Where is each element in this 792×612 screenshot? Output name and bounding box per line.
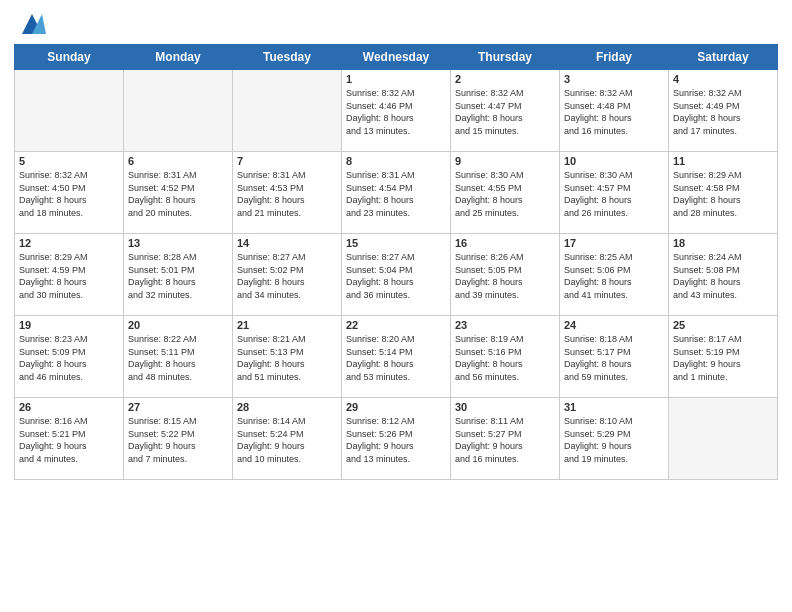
- day-number: 9: [455, 155, 555, 167]
- day-info: Sunrise: 8:32 AM Sunset: 4:47 PM Dayligh…: [455, 87, 555, 137]
- day-info: Sunrise: 8:11 AM Sunset: 5:27 PM Dayligh…: [455, 415, 555, 465]
- calendar-cell: 18Sunrise: 8:24 AM Sunset: 5:08 PM Dayli…: [669, 234, 778, 316]
- calendar-cell: 13Sunrise: 8:28 AM Sunset: 5:01 PM Dayli…: [124, 234, 233, 316]
- day-info: Sunrise: 8:17 AM Sunset: 5:19 PM Dayligh…: [673, 333, 773, 383]
- weekday-thursday: Thursday: [451, 45, 560, 70]
- day-number: 6: [128, 155, 228, 167]
- day-number: 19: [19, 319, 119, 331]
- calendar-cell: 7Sunrise: 8:31 AM Sunset: 4:53 PM Daylig…: [233, 152, 342, 234]
- day-info: Sunrise: 8:19 AM Sunset: 5:16 PM Dayligh…: [455, 333, 555, 383]
- day-info: Sunrise: 8:27 AM Sunset: 5:04 PM Dayligh…: [346, 251, 446, 301]
- calendar-page: SundayMondayTuesdayWednesdayThursdayFrid…: [0, 0, 792, 612]
- day-number: 22: [346, 319, 446, 331]
- weekday-friday: Friday: [560, 45, 669, 70]
- day-number: 5: [19, 155, 119, 167]
- day-info: Sunrise: 8:23 AM Sunset: 5:09 PM Dayligh…: [19, 333, 119, 383]
- calendar-cell: 20Sunrise: 8:22 AM Sunset: 5:11 PM Dayli…: [124, 316, 233, 398]
- day-info: Sunrise: 8:18 AM Sunset: 5:17 PM Dayligh…: [564, 333, 664, 383]
- calendar-cell: 28Sunrise: 8:14 AM Sunset: 5:24 PM Dayli…: [233, 398, 342, 480]
- day-info: Sunrise: 8:32 AM Sunset: 4:50 PM Dayligh…: [19, 169, 119, 219]
- calendar-cell: 27Sunrise: 8:15 AM Sunset: 5:22 PM Dayli…: [124, 398, 233, 480]
- day-info: Sunrise: 8:12 AM Sunset: 5:26 PM Dayligh…: [346, 415, 446, 465]
- day-number: 18: [673, 237, 773, 249]
- calendar-cell: 14Sunrise: 8:27 AM Sunset: 5:02 PM Dayli…: [233, 234, 342, 316]
- weekday-sunday: Sunday: [15, 45, 124, 70]
- week-row-4: 19Sunrise: 8:23 AM Sunset: 5:09 PM Dayli…: [15, 316, 778, 398]
- day-number: 3: [564, 73, 664, 85]
- week-row-1: 1Sunrise: 8:32 AM Sunset: 4:46 PM Daylig…: [15, 70, 778, 152]
- day-info: Sunrise: 8:29 AM Sunset: 4:58 PM Dayligh…: [673, 169, 773, 219]
- day-info: Sunrise: 8:32 AM Sunset: 4:49 PM Dayligh…: [673, 87, 773, 137]
- day-info: Sunrise: 8:30 AM Sunset: 4:55 PM Dayligh…: [455, 169, 555, 219]
- calendar-cell: 4Sunrise: 8:32 AM Sunset: 4:49 PM Daylig…: [669, 70, 778, 152]
- calendar-cell: [669, 398, 778, 480]
- day-number: 13: [128, 237, 228, 249]
- day-info: Sunrise: 8:21 AM Sunset: 5:13 PM Dayligh…: [237, 333, 337, 383]
- header: [14, 10, 778, 38]
- day-info: Sunrise: 8:20 AM Sunset: 5:14 PM Dayligh…: [346, 333, 446, 383]
- calendar-cell: 17Sunrise: 8:25 AM Sunset: 5:06 PM Dayli…: [560, 234, 669, 316]
- day-number: 28: [237, 401, 337, 413]
- day-number: 24: [564, 319, 664, 331]
- weekday-header-row: SundayMondayTuesdayWednesdayThursdayFrid…: [15, 45, 778, 70]
- day-info: Sunrise: 8:28 AM Sunset: 5:01 PM Dayligh…: [128, 251, 228, 301]
- calendar-cell: 29Sunrise: 8:12 AM Sunset: 5:26 PM Dayli…: [342, 398, 451, 480]
- day-number: 12: [19, 237, 119, 249]
- day-number: 29: [346, 401, 446, 413]
- day-number: 1: [346, 73, 446, 85]
- calendar-cell: 9Sunrise: 8:30 AM Sunset: 4:55 PM Daylig…: [451, 152, 560, 234]
- day-info: Sunrise: 8:31 AM Sunset: 4:54 PM Dayligh…: [346, 169, 446, 219]
- day-number: 15: [346, 237, 446, 249]
- calendar-cell: 1Sunrise: 8:32 AM Sunset: 4:46 PM Daylig…: [342, 70, 451, 152]
- calendar-cell: 8Sunrise: 8:31 AM Sunset: 4:54 PM Daylig…: [342, 152, 451, 234]
- calendar-cell: 21Sunrise: 8:21 AM Sunset: 5:13 PM Dayli…: [233, 316, 342, 398]
- calendar-cell: [124, 70, 233, 152]
- day-info: Sunrise: 8:15 AM Sunset: 5:22 PM Dayligh…: [128, 415, 228, 465]
- calendar-cell: 19Sunrise: 8:23 AM Sunset: 5:09 PM Dayli…: [15, 316, 124, 398]
- day-number: 17: [564, 237, 664, 249]
- day-info: Sunrise: 8:16 AM Sunset: 5:21 PM Dayligh…: [19, 415, 119, 465]
- calendar-cell: 31Sunrise: 8:10 AM Sunset: 5:29 PM Dayli…: [560, 398, 669, 480]
- calendar-cell: 26Sunrise: 8:16 AM Sunset: 5:21 PM Dayli…: [15, 398, 124, 480]
- calendar-cell: 30Sunrise: 8:11 AM Sunset: 5:27 PM Dayli…: [451, 398, 560, 480]
- day-info: Sunrise: 8:24 AM Sunset: 5:08 PM Dayligh…: [673, 251, 773, 301]
- calendar-cell: 23Sunrise: 8:19 AM Sunset: 5:16 PM Dayli…: [451, 316, 560, 398]
- day-number: 31: [564, 401, 664, 413]
- calendar-cell: [15, 70, 124, 152]
- day-number: 4: [673, 73, 773, 85]
- day-number: 2: [455, 73, 555, 85]
- calendar-cell: 12Sunrise: 8:29 AM Sunset: 4:59 PM Dayli…: [15, 234, 124, 316]
- day-number: 11: [673, 155, 773, 167]
- day-number: 21: [237, 319, 337, 331]
- week-row-5: 26Sunrise: 8:16 AM Sunset: 5:21 PM Dayli…: [15, 398, 778, 480]
- calendar-cell: 24Sunrise: 8:18 AM Sunset: 5:17 PM Dayli…: [560, 316, 669, 398]
- calendar-table: SundayMondayTuesdayWednesdayThursdayFrid…: [14, 44, 778, 480]
- day-info: Sunrise: 8:31 AM Sunset: 4:52 PM Dayligh…: [128, 169, 228, 219]
- weekday-tuesday: Tuesday: [233, 45, 342, 70]
- weekday-saturday: Saturday: [669, 45, 778, 70]
- day-info: Sunrise: 8:10 AM Sunset: 5:29 PM Dayligh…: [564, 415, 664, 465]
- day-number: 8: [346, 155, 446, 167]
- day-info: Sunrise: 8:32 AM Sunset: 4:48 PM Dayligh…: [564, 87, 664, 137]
- day-info: Sunrise: 8:30 AM Sunset: 4:57 PM Dayligh…: [564, 169, 664, 219]
- weekday-wednesday: Wednesday: [342, 45, 451, 70]
- day-info: Sunrise: 8:29 AM Sunset: 4:59 PM Dayligh…: [19, 251, 119, 301]
- calendar-cell: [233, 70, 342, 152]
- day-number: 20: [128, 319, 228, 331]
- logo: [14, 10, 46, 38]
- week-row-3: 12Sunrise: 8:29 AM Sunset: 4:59 PM Dayli…: [15, 234, 778, 316]
- day-info: Sunrise: 8:14 AM Sunset: 5:24 PM Dayligh…: [237, 415, 337, 465]
- calendar-cell: 10Sunrise: 8:30 AM Sunset: 4:57 PM Dayli…: [560, 152, 669, 234]
- day-number: 14: [237, 237, 337, 249]
- day-info: Sunrise: 8:25 AM Sunset: 5:06 PM Dayligh…: [564, 251, 664, 301]
- calendar-cell: 6Sunrise: 8:31 AM Sunset: 4:52 PM Daylig…: [124, 152, 233, 234]
- day-info: Sunrise: 8:22 AM Sunset: 5:11 PM Dayligh…: [128, 333, 228, 383]
- calendar-cell: 2Sunrise: 8:32 AM Sunset: 4:47 PM Daylig…: [451, 70, 560, 152]
- day-number: 7: [237, 155, 337, 167]
- day-number: 10: [564, 155, 664, 167]
- week-row-2: 5Sunrise: 8:32 AM Sunset: 4:50 PM Daylig…: [15, 152, 778, 234]
- day-number: 30: [455, 401, 555, 413]
- day-info: Sunrise: 8:32 AM Sunset: 4:46 PM Dayligh…: [346, 87, 446, 137]
- day-info: Sunrise: 8:31 AM Sunset: 4:53 PM Dayligh…: [237, 169, 337, 219]
- calendar-cell: 25Sunrise: 8:17 AM Sunset: 5:19 PM Dayli…: [669, 316, 778, 398]
